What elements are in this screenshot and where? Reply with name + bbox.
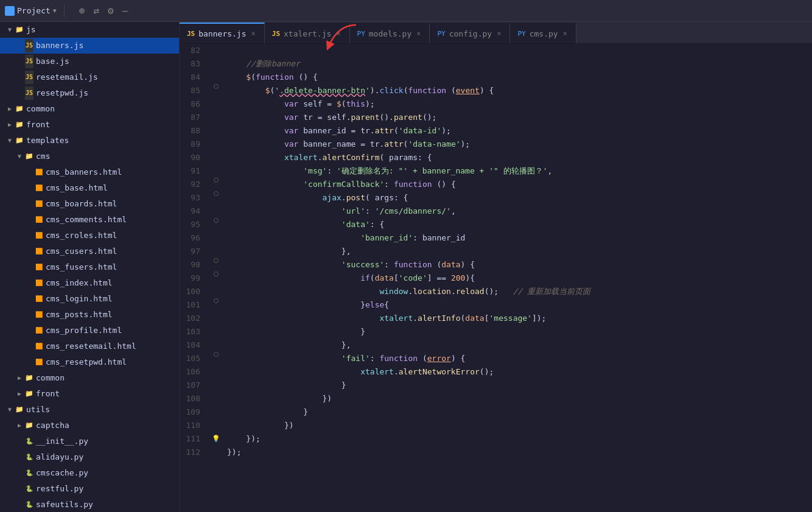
code-line-99: 99 if(data['code'] == 200){ bbox=[180, 272, 812, 285]
fold-indicator[interactable] bbox=[214, 272, 219, 276]
sidebar-item---init---py[interactable]: 🐍__init__.py bbox=[0, 433, 179, 449]
sidebar-item-cms-fusers-html[interactable]: 🟧cms_fusers.html bbox=[0, 259, 179, 275]
line-content: 'data': { bbox=[222, 218, 812, 231]
sidebar-item-front[interactable]: 📁front bbox=[0, 386, 179, 402]
file-icon: JS bbox=[24, 89, 34, 97]
divider bbox=[64, 5, 65, 17]
fold-arrow[interactable]: 💡 bbox=[212, 432, 220, 446]
line-content: xtalert.alertInfo(data['message']); bbox=[222, 312, 812, 325]
fold-indicator[interactable] bbox=[214, 218, 219, 223]
code-line-107: 107 } bbox=[180, 379, 812, 392]
fold-indicator[interactable] bbox=[214, 178, 219, 183]
line-content: var banner_name = tr.attr('data-name'); bbox=[222, 138, 812, 151]
sidebar-item-resetpwd-js[interactable]: JSresetpwd.js bbox=[0, 85, 179, 101]
tab-close-button[interactable]: × bbox=[335, 29, 341, 38]
file-icon: 🟧 bbox=[34, 295, 44, 303]
sidebar-item-restful-py[interactable]: 🐍restful.py bbox=[0, 481, 179, 497]
fold-indicator[interactable] bbox=[214, 258, 219, 263]
title-actions: ⊕ ⇄ ⚙ — bbox=[77, 4, 131, 18]
line-content: }); bbox=[222, 432, 812, 446]
sidebar-item-cms-posts-html[interactable]: 🟧cms_posts.html bbox=[0, 307, 179, 323]
code-line-102: 102 xtalert.alertInfo(data['message']); bbox=[180, 312, 812, 325]
tab-close-button[interactable]: × bbox=[495, 29, 502, 38]
sidebar-item-js[interactable]: 📁js bbox=[0, 22, 179, 38]
sidebar-item-base-js[interactable]: JSbase.js bbox=[0, 54, 179, 69]
line-content: }, bbox=[222, 245, 812, 258]
sidebar-item-utils[interactable]: 📁utils bbox=[0, 402, 179, 418]
fold-indicator[interactable] bbox=[214, 191, 219, 196]
line-gutter bbox=[210, 218, 222, 223]
code-line-104: 104 }, bbox=[180, 338, 812, 352]
js-icon: JS bbox=[25, 55, 33, 68]
fold-indicator[interactable] bbox=[214, 298, 219, 303]
sidebar-item-cms-index-html[interactable]: 🟧cms_index.html bbox=[0, 275, 179, 291]
sidebar-item-resetemail-js[interactable]: JSresetemail.js bbox=[0, 69, 179, 85]
line-content: $('.delete-banner-btn').click(function (… bbox=[222, 84, 812, 97]
fold-indicator[interactable] bbox=[214, 84, 219, 89]
sidebar-item-cms[interactable]: 📁cms bbox=[0, 149, 179, 164]
code-line-96: 96 'banner_id': banner_id bbox=[180, 231, 812, 245]
line-number: 89 bbox=[180, 138, 210, 151]
sidebar-item-cms-banners-html[interactable]: 🟧cms_banners.html bbox=[0, 164, 179, 180]
minimize-icon[interactable]: — bbox=[120, 4, 131, 18]
tab-config-py[interactable]: PYconfig.py× bbox=[430, 23, 510, 43]
code-line-82: 82 bbox=[180, 44, 812, 57]
html-icon: 🟧 bbox=[35, 166, 43, 179]
tree-label: captcha bbox=[36, 419, 69, 432]
tab-close-button[interactable]: × bbox=[415, 29, 422, 38]
tree-label: cms_resetemail.html bbox=[46, 340, 136, 353]
file-icon: 🐍 bbox=[24, 500, 34, 509]
sidebar-item-cms-profile-html[interactable]: 🟧cms_profile.html bbox=[0, 323, 179, 338]
tree-arrow bbox=[5, 102, 15, 116]
tab-models-py[interactable]: PYmodels.py× bbox=[350, 23, 430, 43]
tree-label: common bbox=[26, 102, 55, 116]
line-content: 'url': '/cms/dbanners/', bbox=[222, 205, 812, 218]
project-dropdown-arrow[interactable]: ▼ bbox=[53, 7, 57, 14]
file-icon: 📁 bbox=[24, 374, 34, 382]
sidebar-item-cmscache-py[interactable]: 🐍cmscache.py bbox=[0, 465, 179, 481]
add-icon[interactable]: ⊕ bbox=[77, 4, 88, 18]
sidebar-item-banners-js[interactable]: JSbanners.js bbox=[0, 38, 179, 54]
html-icon: 🟧 bbox=[35, 181, 43, 195]
line-number: 100 bbox=[180, 285, 210, 298]
code-line-112: 112}); bbox=[180, 446, 812, 459]
sidebar-item-cms-cusers-html[interactable]: 🟧cms_cusers.html bbox=[0, 244, 179, 259]
sidebar-item-safeutils-py[interactable]: 🐍safeutils.py bbox=[0, 497, 179, 512]
tab-close-button[interactable]: × bbox=[562, 29, 569, 38]
project-title[interactable]: Project ▼ bbox=[5, 6, 57, 16]
settings-icon[interactable]: ⚙ bbox=[105, 4, 116, 18]
sidebar-item-cms-comments-html[interactable]: 🟧cms_comments.html bbox=[0, 212, 179, 228]
line-number: 92 bbox=[180, 178, 210, 191]
sidebar-item-captcha[interactable]: 📁captcha bbox=[0, 418, 179, 433]
fold-indicator[interactable] bbox=[214, 352, 219, 357]
sidebar-item-front[interactable]: 📁front bbox=[0, 117, 179, 133]
tab-close-button[interactable]: × bbox=[250, 29, 257, 38]
code-line-98: 98 'success': function (data) { bbox=[180, 258, 812, 272]
file-icon: 🟧 bbox=[34, 200, 44, 208]
file-icon: 📁 bbox=[24, 152, 34, 161]
sidebar-item-templates[interactable]: 📁templates bbox=[0, 133, 179, 149]
sidebar-item-cms-base-html[interactable]: 🟧cms_base.html bbox=[0, 180, 179, 196]
sidebar-item-cms-login-html[interactable]: 🟧cms_login.html bbox=[0, 291, 179, 307]
sidebar-item-cms-resetemail-html[interactable]: 🟧cms_resetemail.html bbox=[0, 338, 179, 354]
tab-cms-py[interactable]: PYcms.py× bbox=[510, 23, 576, 43]
sidebar-item-common[interactable]: 📁common bbox=[0, 101, 179, 117]
line-gutter bbox=[210, 272, 222, 276]
tab-xtalert-js[interactable]: JSxtalert.js× bbox=[265, 23, 350, 43]
tab-js-icon: JS bbox=[187, 30, 195, 38]
line-number: 96 bbox=[180, 231, 210, 245]
sidebar-item-cms-resetpwd-html[interactable]: 🟧cms_resetpwd.html bbox=[0, 354, 179, 370]
sidebar-item-common[interactable]: 📁common bbox=[0, 370, 179, 386]
tree-label: cms_base.html bbox=[46, 181, 108, 195]
sidebar-item-cms-boards-html[interactable]: 🟧cms_boards.html bbox=[0, 196, 179, 212]
tree-label: cms_boards.html bbox=[46, 197, 117, 211]
sync-icon[interactable]: ⇄ bbox=[91, 4, 102, 18]
tree-label: common bbox=[36, 371, 65, 385]
sidebar-item-alidayu-py[interactable]: 🐍alidayu.py bbox=[0, 449, 179, 465]
tree-label: safeutils.py bbox=[36, 498, 93, 511]
line-content: xtalert.alertConfirm( params: { bbox=[222, 151, 812, 164]
tab-banners-js[interactable]: JSbanners.js× bbox=[180, 23, 265, 43]
tree-label: cms bbox=[36, 150, 50, 163]
sidebar-item-cms-croles-html[interactable]: 🟧cms_croles.html bbox=[0, 228, 179, 244]
code-editor[interactable]: 82 83 //删除banner84 $(function () {85 $('… bbox=[180, 44, 812, 512]
